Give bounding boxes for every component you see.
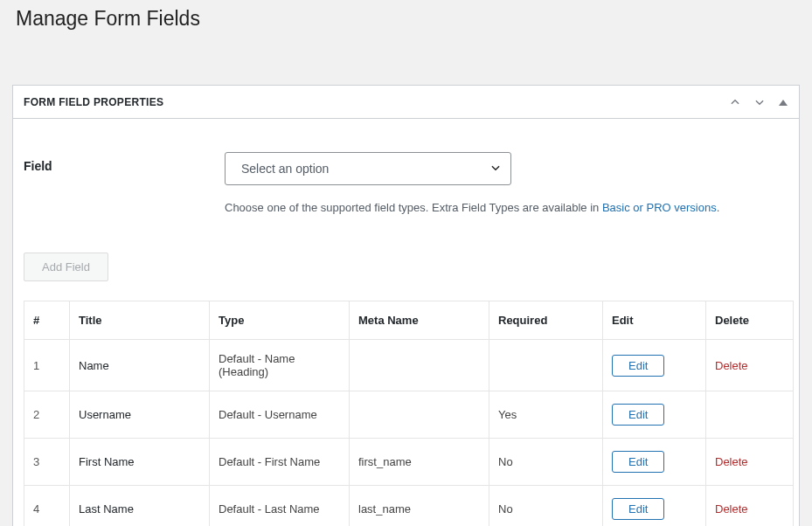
- field-help-text: Choose one of the supported field types.…: [225, 201, 719, 214]
- form-field-properties-panel: FORM FIELD PROPERTIES Field Select an op…: [12, 85, 800, 526]
- cell-number: 3: [24, 439, 70, 486]
- th-type: Type: [210, 301, 350, 340]
- cell-required: No: [489, 439, 603, 486]
- table-row: 2UsernameDefault - UsernameYesEdit: [24, 391, 794, 439]
- panel-title: FORM FIELD PROPERTIES: [24, 96, 163, 108]
- th-edit: Edit: [603, 301, 706, 340]
- th-number: #: [24, 301, 70, 340]
- panel-controls: [729, 96, 788, 108]
- svg-marker-0: [779, 100, 788, 106]
- cell-meta: first_name: [350, 439, 489, 486]
- panel-header: FORM FIELD PROPERTIES: [13, 86, 799, 119]
- cell-delete: Delete: [706, 340, 794, 391]
- cell-title: First Name: [70, 439, 210, 486]
- toggle-collapse-icon[interactable]: [778, 97, 788, 107]
- move-up-icon[interactable]: [729, 96, 741, 108]
- edit-button[interactable]: Edit: [612, 355, 664, 377]
- field-type-select[interactable]: Select an option: [225, 152, 511, 185]
- move-down-icon[interactable]: [753, 96, 766, 108]
- field-label: Field: [24, 152, 225, 173]
- th-delete: Delete: [706, 301, 794, 340]
- cell-type: Default - First Name: [210, 439, 350, 486]
- field-row: Field Select an option Choose one of the…: [24, 152, 788, 221]
- table-row: 4Last NameDefault - Last Namelast_nameNo…: [24, 486, 794, 527]
- edit-button[interactable]: Edit: [612, 451, 664, 473]
- cell-delete: Delete: [706, 439, 794, 486]
- cell-edit: Edit: [603, 391, 706, 439]
- cell-delete: [706, 391, 794, 439]
- select-placeholder: Select an option: [241, 162, 329, 176]
- help-text-suffix: .: [717, 201, 720, 214]
- edit-button[interactable]: Edit: [612, 404, 664, 426]
- page-title: Manage Form Fields: [0, 0, 812, 45]
- cell-type: Default - Username: [210, 391, 350, 439]
- panel-body: Field Select an option Choose one of the…: [13, 119, 799, 526]
- cell-title: Username: [70, 391, 210, 439]
- cell-required: [489, 340, 603, 391]
- cell-title: Name: [70, 340, 210, 391]
- cell-number: 1: [24, 340, 70, 391]
- delete-link[interactable]: Delete: [715, 502, 748, 516]
- cell-edit: Edit: [603, 439, 706, 486]
- cell-edit: Edit: [603, 340, 706, 391]
- add-field-button[interactable]: Add Field: [24, 253, 108, 281]
- edit-button[interactable]: Edit: [612, 498, 664, 520]
- cell-type: Default - Last Name: [210, 486, 350, 527]
- cell-required: No: [489, 486, 603, 527]
- help-text-prefix: Choose one of the supported field types.…: [225, 201, 602, 214]
- cell-edit: Edit: [603, 486, 706, 527]
- table-row: 3First NameDefault - First Namefirst_nam…: [24, 439, 794, 486]
- table-row: 1NameDefault - Name (Heading)EditDelete: [24, 340, 794, 391]
- versions-link[interactable]: Basic or PRO versions: [602, 201, 717, 214]
- cell-number: 2: [24, 391, 70, 439]
- th-title: Title: [70, 301, 210, 340]
- cell-title: Last Name: [70, 486, 210, 527]
- chevron-down-icon: [489, 162, 502, 176]
- delete-link[interactable]: Delete: [715, 455, 748, 468]
- cell-required: Yes: [489, 391, 603, 439]
- th-required: Required: [489, 301, 603, 340]
- delete-link[interactable]: Delete: [715, 359, 748, 372]
- cell-number: 4: [24, 486, 70, 527]
- th-meta: Meta Name: [350, 301, 489, 340]
- cell-meta: last_name: [350, 486, 489, 527]
- cell-type: Default - Name (Heading): [210, 340, 350, 391]
- cell-delete: Delete: [706, 486, 794, 527]
- fields-table: # Title Type Meta Name Required Edit Del…: [24, 301, 794, 526]
- field-control: Select an option Choose one of the suppo…: [225, 152, 719, 214]
- cell-meta: [350, 340, 489, 391]
- cell-meta: [350, 391, 489, 439]
